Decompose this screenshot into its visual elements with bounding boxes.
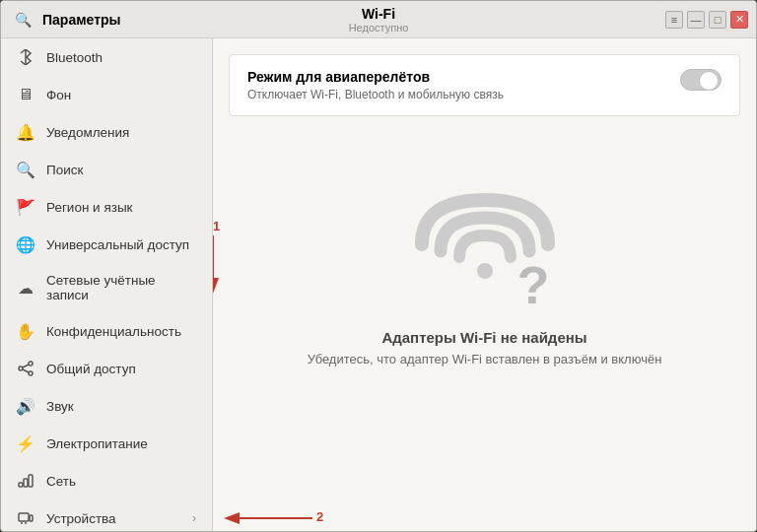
sidebar-item-background[interactable]: 🖥 Фон: [1, 76, 212, 113]
bell-icon: 🔔: [17, 123, 34, 141]
minimize-icon: —: [691, 14, 702, 26]
no-wifi-description: Убедитесь, что адаптер Wi-Fi вставлен в …: [308, 352, 662, 366]
airplane-mode-text: Режим для авиаперелётов Отключает Wi-Fi,…: [247, 69, 504, 101]
app-window: 🔍 Параметры Wi-Fi Недоступно ≡ — □ ✕: [0, 0, 757, 532]
menu-button[interactable]: ≡: [665, 11, 683, 29]
sidebar-item-region[interactable]: 🚩 Регион и язык: [1, 188, 212, 226]
airplane-mode-description: Отключает Wi-Fi, Bluetooth и мобильную с…: [247, 88, 504, 101]
volume-icon: 🔊: [17, 397, 34, 415]
sidebar-label-sharing: Общий доступ: [46, 362, 196, 376]
cloud-icon: ☁: [17, 279, 34, 297]
svg-point-12: [477, 263, 493, 279]
sidebar-item-accessibility[interactable]: 🌐 Универсальный доступ: [1, 226, 212, 263]
titlebar: 🔍 Параметры Wi-Fi Недоступно ≡ — □ ✕: [1, 1, 756, 38]
titlebar-left: 🔍 Параметры: [9, 6, 121, 33]
sidebar-item-network-accounts[interactable]: ☁ Сетевые учётные записи: [1, 263, 212, 312]
question-mark: ?: [517, 258, 550, 311]
hand-icon: ✋: [17, 322, 34, 340]
sidebar-label-privacy: Конфиденциальность: [46, 324, 196, 339]
no-wifi-area: ? Адаптеры Wi-Fi не найдены Убедитесь, ч…: [229, 136, 740, 366]
sidebar-item-privacy[interactable]: ✋ Конфиденциальность: [1, 312, 212, 350]
airplane-mode-title: Режим для авиаперелётов: [247, 69, 504, 85]
window-subtitle: Недоступно: [349, 22, 409, 33]
svg-point-2: [29, 371, 33, 375]
airplane-mode-toggle[interactable]: [680, 69, 722, 91]
sidebar-label-region: Регион и язык: [46, 200, 196, 215]
sidebar-item-bluetooth[interactable]: Bluetooth: [1, 38, 212, 76]
sidebar-label-devices: Устройства: [46, 511, 180, 526]
sidebar-item-devices[interactable]: Устройства ›: [1, 499, 212, 531]
sidebar-item-notifications[interactable]: 🔔 Уведомления: [1, 113, 212, 151]
maximize-button[interactable]: □: [709, 11, 726, 29]
sidebar-item-search[interactable]: 🔍 Поиск: [1, 151, 212, 188]
sidebar-label-accessibility: Универсальный доступ: [46, 237, 196, 252]
globe-icon: 🌐: [17, 235, 34, 253]
maximize-icon: □: [715, 14, 722, 26]
airplane-mode-card: Режим для авиаперелётов Отключает Wi-Fi,…: [229, 54, 740, 116]
main-content: Режим для авиаперелётов Отключает Wi-Fi,…: [213, 38, 756, 531]
svg-rect-7: [29, 475, 33, 487]
svg-line-3: [23, 365, 29, 367]
svg-rect-9: [30, 515, 33, 521]
sidebar-item-power[interactable]: ⚡ Электропитание: [1, 425, 212, 462]
sidebar-label-network: Сеть: [46, 474, 196, 489]
svg-rect-5: [19, 483, 23, 487]
search-sidebar-icon: 🔍: [17, 161, 34, 178]
svg-line-4: [23, 369, 29, 372]
search-icon: 🔍: [15, 12, 32, 28]
bluetooth-icon: [17, 48, 34, 66]
svg-rect-6: [24, 479, 28, 487]
close-button[interactable]: ✕: [730, 11, 748, 29]
svg-rect-8: [19, 513, 29, 521]
app-title: Параметры: [42, 12, 121, 28]
wifi-not-found-icon: ?: [406, 175, 564, 313]
devices-icon: [17, 509, 34, 527]
window-title: Wi-Fi: [362, 6, 395, 22]
annotation-label-2: 2: [316, 509, 323, 524]
sidebar-label-bluetooth: Bluetooth: [46, 50, 196, 65]
sidebar-label-background: Фон: [46, 88, 196, 102]
sidebar-label-search: Поиск: [46, 163, 196, 177]
flag-icon: 🚩: [17, 198, 34, 216]
content-area: Bluetooth 🖥 Фон 🔔 Уведомления 🔍 Поиск 🚩 …: [1, 38, 756, 531]
monitor-icon: 🖥: [17, 86, 34, 103]
menu-icon: ≡: [671, 14, 677, 26]
devices-chevron: ›: [192, 511, 196, 525]
annotation-label-1: 1: [213, 219, 220, 233]
titlebar-right: ≡ — □ ✕: [665, 11, 748, 29]
power-icon: ⚡: [17, 434, 34, 452]
svg-point-1: [19, 366, 23, 370]
sidebar-label-power: Электропитание: [46, 436, 196, 451]
search-button[interactable]: 🔍: [9, 6, 36, 33]
no-wifi-title: Адаптеры Wi-Fi не найдены: [381, 329, 586, 346]
sidebar: Bluetooth 🖥 Фон 🔔 Уведомления 🔍 Поиск 🚩 …: [1, 38, 213, 531]
sidebar-item-network[interactable]: Сеть: [1, 462, 212, 499]
network-icon: [17, 472, 34, 490]
sidebar-label-network-accounts: Сетевые учётные записи: [46, 273, 196, 302]
sidebar-item-sharing[interactable]: Общий доступ: [1, 350, 212, 387]
share-icon: [17, 360, 34, 377]
sidebar-label-sound: Звук: [46, 399, 196, 414]
close-icon: ✕: [735, 13, 744, 26]
sidebar-label-notifications: Уведомления: [46, 125, 196, 140]
minimize-button[interactable]: —: [687, 11, 705, 29]
svg-point-0: [29, 362, 33, 366]
sidebar-item-sound[interactable]: 🔊 Звук: [1, 387, 212, 425]
titlebar-center: Wi-Fi Недоступно: [349, 6, 409, 33]
